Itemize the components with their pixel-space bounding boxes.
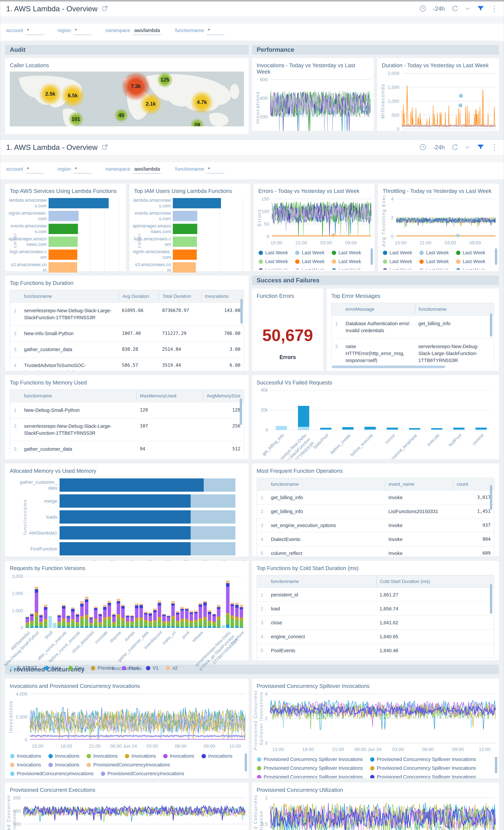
legend-item[interactable]: Last Week xyxy=(383,250,412,255)
legend-item[interactable]: Beta xyxy=(45,665,61,671)
bar[interactable] xyxy=(212,613,216,628)
bar[interactable] xyxy=(167,615,170,628)
filter-functionname[interactable]: functionname* xyxy=(175,28,225,35)
vertical-scrollbar[interactable] xyxy=(495,248,497,265)
bar[interactable] xyxy=(94,607,97,628)
legend-item[interactable]: Last Week xyxy=(456,267,485,269)
bar[interactable] xyxy=(194,610,198,628)
legend-item[interactable]: Last Week xyxy=(259,250,288,255)
legend-item[interactable]: ProvisionedConcurrencyInvocations xyxy=(87,762,170,768)
filter-icon[interactable] xyxy=(477,5,484,13)
pc-utilization-chart[interactable]: 10.5015:0018:0021:0000:00 Jun 2403:0006:… xyxy=(252,795,499,830)
legend-item[interactable]: Provisioned Concurrency Spillover Invoca… xyxy=(257,765,363,771)
versions-chart[interactable]: 3,0002,0001,0000AWSlambda1New-Debug-Smal… xyxy=(5,576,249,671)
vertical-scrollbar[interactable] xyxy=(245,753,247,772)
bar[interactable] xyxy=(48,198,109,208)
bar[interactable] xyxy=(173,224,197,234)
map-bubble[interactable]: 101 xyxy=(69,112,83,126)
filter-region-value[interactable]: * xyxy=(73,28,92,35)
bar[interactable] xyxy=(60,510,235,523)
filter-functionname[interactable]: functionname* xyxy=(175,166,225,173)
bar[interactable] xyxy=(144,611,147,628)
legend-item[interactable]: Last Week xyxy=(259,267,288,269)
success-failed-chart[interactable]: 40k20k0get_billing_infoserverlessrepo-Ne… xyxy=(252,390,499,459)
table-row[interactable]: 3set_engine_execution_optionsInvoke937 xyxy=(257,518,494,532)
bar[interactable] xyxy=(431,428,442,430)
bar[interactable] xyxy=(185,608,189,628)
pc-spillover-legend[interactable]: Provisioned Concurrency Spillover Invoca… xyxy=(257,755,494,778)
bar[interactable] xyxy=(126,615,129,628)
bar[interactable] xyxy=(453,427,465,430)
legend-item[interactable]: v2 xyxy=(166,665,178,671)
world-map[interactable]: 2.5k6.5k7.3k1252.1k4.7k1014028 xyxy=(10,71,244,126)
bar[interactable] xyxy=(107,601,111,628)
legend-item[interactable]: failures xyxy=(257,459,279,459)
bar[interactable] xyxy=(153,608,157,628)
legend-item[interactable]: Last Week xyxy=(295,250,324,255)
bar[interactable] xyxy=(173,211,197,221)
legend-item[interactable]: Last Week xyxy=(419,267,448,269)
throttling-line-chart[interactable]: 42015:0021:0003:0009:00Avg Throttling Ev… xyxy=(378,196,499,247)
bar[interactable] xyxy=(103,605,106,628)
bar[interactable] xyxy=(57,614,61,628)
memory-table[interactable]: functionnameMaxMemoryUsedAvgMemorySize1N… xyxy=(5,387,249,454)
table-row[interactable]: 1Database Authentication error: Invalid … xyxy=(332,315,494,338)
bar[interactable] xyxy=(199,603,202,628)
legend-item[interactable]: Invocations xyxy=(48,762,79,768)
legend-item[interactable]: Last Week xyxy=(295,259,324,264)
bar[interactable] xyxy=(116,599,120,628)
table-row[interactable]: 1New-Debug-Small-Python128128 xyxy=(10,402,244,418)
table-row[interactable]: 4engine_connect1,640.65 xyxy=(257,630,494,643)
bar[interactable] xyxy=(71,607,75,628)
bar[interactable] xyxy=(217,605,220,628)
bar[interactable] xyxy=(342,427,354,430)
bar[interactable] xyxy=(135,603,138,628)
bar[interactable] xyxy=(67,615,70,628)
share-icon[interactable] xyxy=(102,143,108,151)
clock-icon[interactable] xyxy=(419,143,427,151)
filter-account[interactable]: account* xyxy=(6,166,44,173)
bar[interactable] xyxy=(173,262,196,273)
filter-namespace[interactable]: namespaceaws/lambda xyxy=(105,166,161,173)
table-row[interactable]: 2raise HTTPError(http_error_msg, respons… xyxy=(332,338,494,364)
duration-table[interactable]: functionnameAvg DurationTotal DurationIn… xyxy=(5,290,249,371)
bar[interactable] xyxy=(158,601,161,628)
map-bubble[interactable]: 28 xyxy=(191,119,204,126)
legend-item[interactable]: Last Week xyxy=(332,267,361,269)
legend-item[interactable]: Last Week xyxy=(295,267,324,269)
time-range-label[interactable]: -24h xyxy=(433,144,445,151)
invocations-line-chart[interactable]: 600400200015:0021:0003:0009:00Invocation… xyxy=(252,76,374,131)
vertical-scrollbar[interactable] xyxy=(490,313,492,337)
legend-item[interactable]: Last Week xyxy=(456,250,485,255)
legend-item[interactable]: V1 xyxy=(146,665,159,671)
legend-item[interactable]: Provisioned Concurrency Spillover Invoca… xyxy=(257,757,363,762)
table-row[interactable]: 2serverlessrepo-New-Debug-Slack-Large-Sl… xyxy=(10,418,244,441)
filter-icon[interactable] xyxy=(477,143,484,151)
bar[interactable] xyxy=(99,613,102,628)
bar[interactable] xyxy=(171,601,175,628)
bar[interactable] xyxy=(26,616,29,628)
bar[interactable] xyxy=(121,605,125,628)
bar[interactable] xyxy=(298,406,309,430)
map-bubble[interactable]: 6.5k xyxy=(61,84,84,107)
bar[interactable] xyxy=(48,250,77,260)
bar[interactable] xyxy=(180,607,184,628)
vertical-scrollbar[interactable] xyxy=(240,299,243,324)
bar[interactable] xyxy=(139,604,143,628)
table-row[interactable]: 1get_billing_infoInvoke3,017 xyxy=(257,490,494,504)
bar[interactable] xyxy=(173,198,221,208)
bar[interactable] xyxy=(208,610,211,628)
legend-item[interactable]: Provisioned Concurrency Spillover Invoca… xyxy=(257,774,363,778)
bar[interactable] xyxy=(240,605,243,628)
bar[interactable] xyxy=(190,611,193,628)
bar[interactable] xyxy=(162,614,166,628)
kebab-menu-icon[interactable]: ⋮ xyxy=(491,6,498,11)
duration-line-chart[interactable]: 2,0001,5001,000500015:0021:0003:0009:00M… xyxy=(377,70,499,131)
bar[interactable] xyxy=(226,580,229,628)
legend-item[interactable]: Invocations xyxy=(202,753,233,759)
table-row[interactable]: 1serverlessrepo-New-Debug-Slack-Large-Sl… xyxy=(10,302,244,325)
bar[interactable] xyxy=(235,603,239,628)
table-row[interactable]: 5column_reflectInvoke609 xyxy=(257,546,494,556)
bar[interactable] xyxy=(35,587,38,628)
table-row[interactable]: 6persistent_load1,637.16 xyxy=(257,657,494,660)
